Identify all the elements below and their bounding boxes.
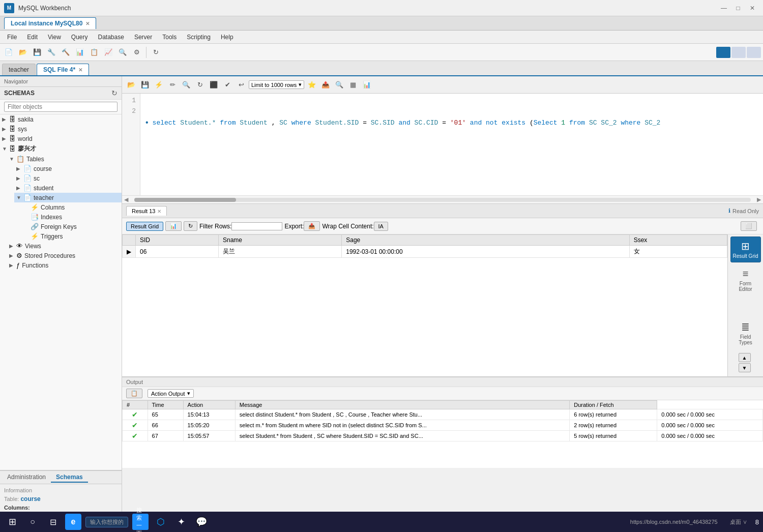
tree-item-sys[interactable]: ▶ 🗄 sys [0,124,122,134]
scroll-left-btn[interactable]: ◀ [122,196,130,203]
layout-btn-1[interactable] [716,47,730,58]
tree-item-triggers[interactable]: ▶ ⚡ Triggers [21,231,122,241]
menu-tools[interactable]: Tools [157,33,182,42]
scroll-right-btn[interactable]: ▶ [755,196,763,203]
output-row-65[interactable]: ✔ 65 15:04:13 select distinct Student.* … [123,409,763,420]
output-copy-btn[interactable]: 📋 [126,389,142,398]
toggle-functions[interactable]: ▶ [9,262,16,268]
col-header-sage[interactable]: Sage [342,235,629,246]
wrap-btn[interactable]: IA [374,222,388,231]
toolbar-btn-6[interactable]: 📊 [73,46,86,59]
action-output-select[interactable]: Action Output ▾ [148,389,194,398]
tree-item-functions[interactable]: ▶ ƒ Functions [7,260,122,270]
filter-rows-input[interactable] [231,222,282,230]
tree-item-course[interactable]: ▶ 📄 course [14,164,122,173]
tab-sqlfile-close-icon[interactable]: ✕ [78,67,82,73]
menu-query[interactable]: Query [66,33,93,42]
h-scroll-area[interactable]: ◀ ▶ [122,195,763,203]
toggle-course[interactable]: ▶ [16,166,23,171]
output-row-67[interactable]: ✔ 67 15:05:57 select Student.* from Stud… [123,431,763,441]
right-btn-form-editor[interactable]: ≡ Form Editor [730,264,761,295]
tree-item-stored-procs[interactable]: ▶ ⚙ Stored Procedures [7,251,122,260]
sidebar-tab-administration[interactable]: Administration [2,472,51,483]
close-button[interactable]: ✕ [746,2,759,14]
sql-btn-commit[interactable]: ✔ [221,79,233,91]
toolbar-btn-10[interactable]: ⚙ [130,46,143,59]
sql-btn-rollback[interactable]: ↩ [235,79,247,91]
menu-view[interactable]: View [43,33,66,42]
tree-item-student[interactable]: ▶ 📄 student [14,183,122,193]
tab-sqlfile[interactable]: SQL File 4* ✕ [37,64,89,75]
window-controls[interactable]: — □ ✕ [717,2,759,14]
tree-item-sakila[interactable]: ▶ 🗄 sakila [0,114,122,124]
right-btn-result-grid[interactable]: ⊞ Result Grid [730,237,761,262]
sql-editor[interactable]: 1 2 • select Student.* from Student , SC… [122,94,763,195]
tree-item-views[interactable]: ▶ 👁 Views [7,241,122,251]
toolbar-btn-1[interactable]: 📄 [2,46,15,59]
col-header-sid[interactable]: SID [136,235,219,246]
sql-btn-folder[interactable]: 📂 [125,79,137,91]
taskbar-wechat-icon[interactable]: 💬 [193,514,210,530]
tree-item-foreign-keys[interactable]: ▶ 🔗 Foreign Keys [21,222,122,231]
limit-select-container[interactable]: Limit to 1000 rows ▾ [249,80,304,89]
refresh-rows-btn[interactable]: ↻ [184,221,197,231]
taskbar-ie-icon[interactable]: e [65,514,81,530]
toolbar-btn-7[interactable]: 📋 [87,46,101,59]
sidebar-tab-schemas[interactable]: Schemas [51,472,88,483]
col-header-sname[interactable]: Sname [218,235,341,246]
sql-btn-redo[interactable]: ↻ [194,79,206,91]
toggle-student[interactable]: ▶ [16,185,23,191]
sql-btn-format[interactable]: ✏ [166,79,179,91]
menu-edit[interactable]: Edit [22,33,43,42]
schemas-refresh-icon[interactable]: ↻ [111,89,118,97]
export-btn[interactable]: 📤 [304,221,320,231]
sql-btn-stop[interactable]: ⬛ [208,79,220,91]
taskbar-app-icon-2[interactable]: ✦ [173,514,189,530]
tree-item-indexes[interactable]: ▶ 📑 Indexes [21,212,122,222]
tree-item-teacher[interactable]: ▼ 📄 teacher [14,193,122,202]
result-tab-13[interactable]: Result 13 ✕ [126,206,167,216]
toolbar-btn-4[interactable]: 🔧 [45,46,58,59]
toolbar-btn-11[interactable]: ↻ [149,46,162,59]
toggle-views[interactable]: ▶ [9,243,16,249]
instance-tab-close-icon[interactable]: ✕ [85,21,90,26]
toolbar-btn-9[interactable]: 🔍 [116,46,129,59]
toolbar-btn-5[interactable]: 🔨 [59,46,72,59]
toolbar-btn-8[interactable]: 📈 [102,46,115,59]
tree-item-columns[interactable]: ▶ ⚡ Columns [21,202,122,212]
sql-btn-find[interactable]: 🔍 [180,79,192,91]
menu-help[interactable]: Help [216,33,239,42]
h-scroll-thumb[interactable] [134,198,236,202]
sql-btn-export[interactable]: 📤 [319,79,332,91]
grid-expand-btn[interactable]: ⬜ [741,221,757,231]
tree-item-liaoxingcai[interactable]: ▼ 🗄 廖兴才 [0,143,122,154]
tree-item-tables[interactable]: ▼ 📋 Tables [7,154,122,164]
sql-btn-zoom[interactable]: 🔍 [333,79,345,91]
toggle-world[interactable]: ▶ [2,136,9,141]
instance-tab[interactable]: Local instance MySQL80 ✕ [4,17,96,29]
scroll-down-btn[interactable]: ▼ [739,363,751,372]
toggle-stored-procs[interactable]: ▶ [9,253,16,258]
sql-btn-save[interactable]: 💾 [139,79,151,91]
taskbar-search-submit-btn[interactable]: 搜索一下 [132,514,149,530]
filter-objects-input[interactable] [4,102,118,112]
tab-teacher[interactable]: teacher [2,64,36,75]
sql-btn-star[interactable]: ⭐ [306,79,318,91]
col-header-ssex[interactable]: Ssex [629,235,727,246]
toggle-liaoxingcai[interactable]: ▼ [2,146,9,152]
cell-sname[interactable]: 吴兰 [218,246,341,258]
cell-sage[interactable]: 1992-03-01 00:00:00 [342,246,629,258]
toolbar-btn-2[interactable]: 📂 [16,46,30,59]
menu-scripting[interactable]: Scripting [182,33,216,42]
maximize-button[interactable]: □ [731,2,745,14]
taskbar-start-btn[interactable]: ⊞ [4,514,20,530]
cell-ssex[interactable]: 女 [629,246,727,258]
taskbar-search-box[interactable]: 输入你想搜的 [85,517,128,527]
toolbar-btn-3[interactable]: 💾 [31,46,44,59]
taskbar-app-icon-1[interactable]: ⬡ [153,514,169,530]
toggle-sys[interactable]: ▶ [2,126,9,132]
tree-item-world[interactable]: ▶ 🗄 world [0,134,122,143]
cell-sid[interactable]: 06 [136,246,219,258]
taskbar-taskview-btn[interactable]: ⊟ [45,514,61,530]
menu-database[interactable]: Database [93,33,129,42]
